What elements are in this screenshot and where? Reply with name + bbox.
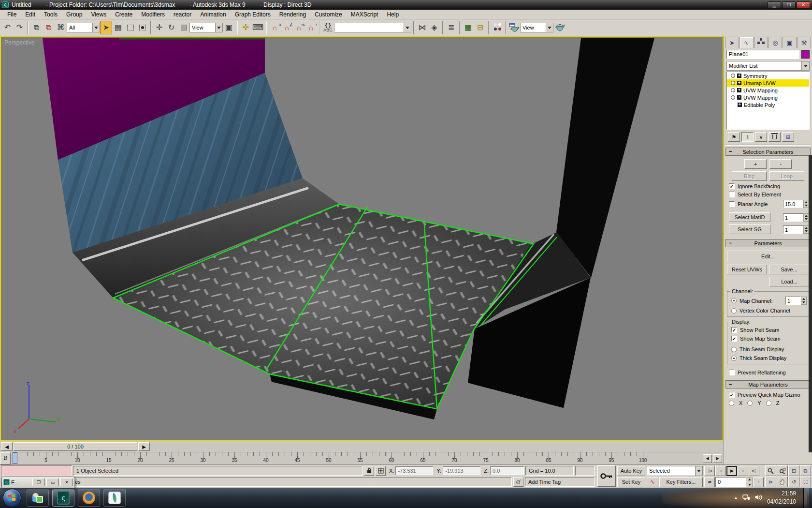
- thin-seam-display-radio[interactable]: [731, 347, 737, 352]
- expand-stack-item-icon[interactable]: +: [738, 103, 742, 107]
- matid-spinner[interactable]: 1: [783, 213, 809, 222]
- ring-button[interactable]: Ring: [732, 171, 767, 181]
- ignore-backfacing-checkbox[interactable]: ✓: [729, 183, 735, 189]
- set-key-button[interactable]: Set Key: [617, 477, 645, 487]
- communication-center-icon[interactable]: [513, 477, 523, 487]
- command-panel-scrollbar[interactable]: [809, 155, 812, 452]
- previous-frame-icon[interactable]: ‹: [715, 466, 726, 476]
- chevron-down-icon[interactable]: [215, 23, 222, 32]
- modifier-stack-item[interactable]: +Editable Poly: [727, 101, 809, 108]
- selection-lock-icon[interactable]: [364, 466, 374, 476]
- curve-editor-icon[interactable]: ▦: [462, 21, 474, 34]
- chevron-down-icon[interactable]: [92, 23, 100, 32]
- tab-utilities[interactable]: ⚒: [797, 37, 811, 48]
- play-animation-icon[interactable]: ▶: [726, 466, 737, 476]
- chevron-down-icon[interactable]: [404, 23, 411, 32]
- shrink-selection-button[interactable]: -: [769, 159, 792, 169]
- auto-key-button[interactable]: Auto Key: [617, 466, 645, 476]
- perspective-viewport[interactable]: Perspective: [0, 36, 724, 441]
- select-and-scale-icon[interactable]: [177, 21, 189, 34]
- pin-stack-icon[interactable]: ⚑: [728, 132, 740, 142]
- thick-seam-display-radio[interactable]: [731, 356, 737, 361]
- zoom-icon[interactable]: [765, 465, 776, 476]
- loop-button[interactable]: Loop: [769, 171, 804, 181]
- menu-modifiers[interactable]: Modifiers: [137, 10, 169, 19]
- taskbar-item-messenger[interactable]: [27, 489, 49, 507]
- go-to-end-icon[interactable]: »❘: [749, 466, 759, 476]
- named-selection-sets-dropdown[interactable]: [334, 23, 411, 32]
- mirror-icon[interactable]: ⋈: [416, 21, 428, 34]
- configure-modifier-sets-icon[interactable]: ⊞: [782, 132, 794, 142]
- menu-reactor[interactable]: reactor: [169, 10, 196, 19]
- selection-filter-dropdown[interactable]: All: [67, 23, 100, 32]
- render-type-dropdown[interactable]: View: [520, 23, 553, 32]
- select-by-name-icon[interactable]: ▤: [112, 21, 124, 34]
- window-crossing-toggle-icon[interactable]: [136, 21, 148, 34]
- gizmo-y-radio[interactable]: [747, 401, 753, 406]
- menu-create[interactable]: Create: [111, 10, 137, 19]
- show-pelt-seam-checkbox[interactable]: ✓: [731, 327, 737, 333]
- minimize-icon[interactable]: ▁: [768, 1, 781, 9]
- tab-motion[interactable]: ◎: [768, 37, 782, 48]
- default-in-out-tangents-icon[interactable]: ∿: [647, 477, 658, 487]
- rollout-header-parameters[interactable]: − Parameters: [725, 239, 811, 247]
- select-and-manipulate-icon[interactable]: ✜: [240, 21, 252, 34]
- zoom-extents-all-icon[interactable]: ⧉: [800, 465, 811, 476]
- rectangular-selection-region-icon[interactable]: [124, 21, 136, 34]
- key-mode-dropdown[interactable]: Selected: [647, 466, 703, 476]
- show-desktop-button[interactable]: [803, 488, 809, 508]
- layer-manager-icon[interactable]: ≣: [445, 21, 457, 34]
- next-frame-arrow-icon[interactable]: ▶: [138, 442, 150, 451]
- maxscript-mini-listener-pink[interactable]: [1, 465, 72, 476]
- chevron-down-icon[interactable]: [546, 23, 553, 32]
- schematic-view-icon[interactable]: ⊟: [474, 21, 486, 34]
- select-and-link-icon[interactable]: ⧉: [30, 21, 43, 34]
- snaps-toggle-icon[interactable]: ∩3: [269, 21, 281, 34]
- chevron-down-icon[interactable]: [695, 466, 702, 476]
- trackbar-scroll-left-icon[interactable]: ◀: [703, 454, 712, 463]
- close-icon[interactable]: ✕: [797, 1, 810, 9]
- expand-stack-item-icon[interactable]: +: [737, 81, 741, 85]
- map-channel-spinner[interactable]: 1: [785, 297, 807, 305]
- current-frame-marker[interactable]: [13, 452, 17, 464]
- previous-frame-arrow-icon[interactable]: ◀: [1, 442, 13, 451]
- bind-to-spacewarp-icon[interactable]: ⌘: [55, 21, 67, 34]
- edit-named-selection-sets-icon[interactable]: { }ABC: [322, 21, 334, 34]
- taskbar-item-photoshop[interactable]: [103, 489, 126, 507]
- material-editor-icon[interactable]: [491, 21, 503, 34]
- menu-graph-editors[interactable]: Graph Editors: [231, 10, 275, 19]
- collapse-icon[interactable]: −: [729, 381, 732, 387]
- clock[interactable]: 21:59 04/02/2010: [767, 490, 796, 506]
- current-frame-field[interactable]: 0: [715, 477, 746, 487]
- maximize-icon[interactable]: ▭: [46, 478, 59, 486]
- maximize-viewport-toggle-icon[interactable]: ⛶: [800, 477, 811, 487]
- quick-render-icon[interactable]: [553, 21, 566, 34]
- use-pivot-point-center-icon[interactable]: ▣: [223, 21, 235, 34]
- arc-rotate-icon[interactable]: ↺: [788, 477, 799, 487]
- object-name-field[interactable]: Plane01: [726, 50, 799, 59]
- menu-file[interactable]: File: [3, 10, 21, 19]
- track-bar-ruler[interactable]: 0510152025303540455055606570758085909510…: [11, 452, 701, 464]
- preview-quick-map-gizmo-checkbox[interactable]: ✓: [729, 392, 735, 398]
- planar-angle-checkbox[interactable]: [729, 201, 735, 207]
- trackbar-scroll-right-icon[interactable]: ▶: [713, 454, 722, 463]
- select-object-button[interactable]: ➤: [100, 21, 112, 34]
- start-button[interactable]: [3, 489, 21, 507]
- pan-view-icon[interactable]: [777, 477, 788, 487]
- viewport-scene[interactable]: [1, 37, 723, 440]
- gizmo-x-radio[interactable]: [729, 401, 734, 406]
- time-slider-thumb[interactable]: 0 / 100: [14, 442, 137, 451]
- x-coordinate-field[interactable]: -73.531: [395, 466, 433, 475]
- set-keys-button[interactable]: [597, 465, 616, 487]
- volume-icon[interactable]: [754, 494, 763, 502]
- expand-stack-item-icon[interactable]: +: [737, 88, 741, 92]
- menu-help[interactable]: Help: [382, 10, 403, 19]
- modifier-stack-item[interactable]: +UVW Mapping: [727, 94, 809, 101]
- select-and-move-icon[interactable]: ✛: [153, 21, 165, 34]
- modifier-enable-bulb-icon[interactable]: [731, 88, 735, 92]
- gizmo-z-radio[interactable]: [766, 401, 771, 406]
- keyboard-shortcut-override-icon[interactable]: ⌨: [252, 21, 264, 34]
- angle-snap-toggle-icon[interactable]: ∩∠: [281, 21, 293, 34]
- field-of-view-icon[interactable]: ⊳: [765, 477, 776, 487]
- load-uvws-button[interactable]: Load...: [769, 277, 809, 286]
